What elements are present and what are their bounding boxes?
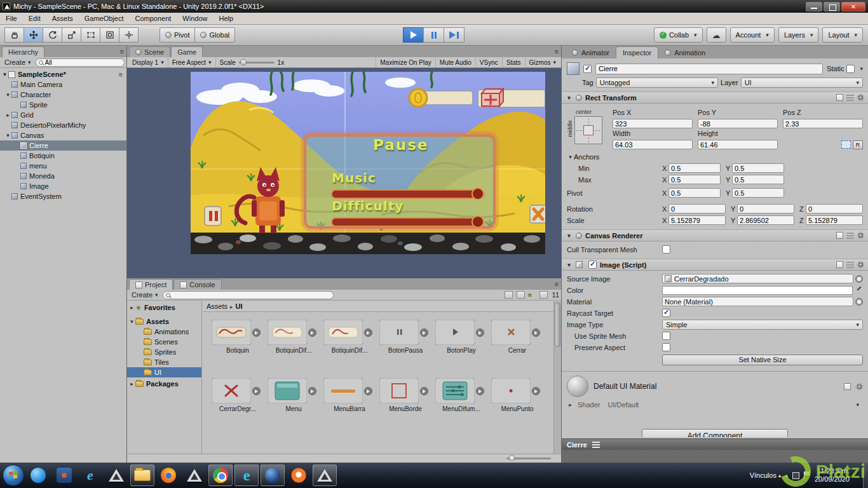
presets-icon[interactable] [846, 262, 854, 268]
presets-icon[interactable] [846, 233, 854, 239]
image-component-header[interactable]: Image (Script) [562, 259, 868, 271]
chevron-down-icon[interactable] [1, 71, 8, 78]
tree-item-cierre[interactable]: Cierre [0, 140, 126, 151]
asset-menubarra[interactable]: MenuBarra [323, 378, 376, 412]
tray-app-icon[interactable] [792, 472, 799, 479]
taskbar-media-player-icon[interactable] [52, 464, 76, 486]
canvas-renderer-header[interactable]: Canvas Renderer [562, 229, 868, 241]
expand-asset-icon[interactable] [252, 329, 261, 337]
layout-button[interactable]: Layout [822, 27, 863, 43]
hierarchy-create-button[interactable]: Create [2, 58, 34, 66]
chevron-down-icon[interactable] [566, 95, 573, 101]
mute-audio-toggle[interactable]: Mute Audio [436, 57, 476, 67]
collab-button[interactable]: Collab [654, 27, 703, 43]
menu-gameobject[interactable]: GameObject [79, 13, 130, 24]
gameobject-name-field[interactable] [595, 64, 823, 74]
minimize-button[interactable] [806, 2, 822, 11]
play-button[interactable] [403, 27, 424, 43]
menu-window[interactable]: Window [177, 13, 213, 24]
folder-scenes[interactable]: Scenes [127, 337, 201, 347]
expand-asset-icon[interactable] [364, 387, 372, 395]
help-icon[interactable] [836, 232, 843, 239]
expand-asset-icon[interactable] [308, 329, 316, 337]
folder-packages[interactable]: Packages [127, 379, 201, 389]
move-tool-icon[interactable] [24, 27, 43, 43]
scene-row[interactable]: SampleScene* [0, 69, 126, 79]
gear-icon[interactable] [857, 261, 864, 268]
taskbar-browser-sphere-icon[interactable] [261, 464, 285, 486]
tree-item-botiquin[interactable]: Botiquin [0, 151, 126, 161]
scale-z-field[interactable] [806, 215, 863, 225]
maximize-button[interactable] [824, 2, 840, 11]
tab-inspector[interactable]: Inspector [616, 46, 658, 58]
chevron-down-icon[interactable] [4, 92, 11, 98]
raw-edit-button[interactable]: R [853, 140, 863, 149]
active-checkbox[interactable] [583, 65, 592, 73]
difficulty-slider-knob[interactable] [472, 216, 484, 227]
links-toolbar[interactable]: Vínculos [750, 471, 781, 479]
ingame-close-button[interactable] [530, 205, 545, 223]
blueprint-mode-icon[interactable] [841, 140, 851, 149]
pivot-toggle[interactable]: Pivot [159, 27, 195, 43]
maximize-on-play-toggle[interactable]: Maximize On Play [376, 57, 436, 67]
account-button[interactable]: Account [730, 27, 775, 43]
action-center-flag-icon[interactable] [804, 471, 810, 479]
hand-tool-icon[interactable] [4, 27, 24, 43]
asset-menupunto[interactable]: MenuPunto [491, 378, 543, 412]
color-swatch[interactable] [662, 286, 853, 295]
expand-asset-icon[interactable] [532, 387, 540, 395]
tab-hierarchy[interactable]: Hierarchy [2, 46, 44, 57]
game-render[interactable]: Pause Music Difficulty [191, 72, 545, 254]
taskbar-blender-icon[interactable] [287, 464, 311, 486]
layers-button[interactable]: Layers [778, 27, 819, 43]
tree-item-main-camera[interactable]: Main Camera [0, 79, 126, 90]
project-search[interactable] [163, 291, 334, 299]
chevron-right-icon[interactable] [128, 381, 135, 387]
asset-botonplay[interactable]: BotonPlay [435, 320, 487, 354]
source-image-field[interactable]: CerrarDegradado [662, 274, 853, 283]
static-toggle[interactable]: Static [827, 65, 863, 73]
help-icon[interactable] [836, 94, 843, 101]
shader-dropdown[interactable]: UI/Default [604, 400, 863, 410]
use-sprite-mesh-checkbox[interactable] [662, 332, 670, 340]
difficulty-slider[interactable] [332, 218, 484, 226]
width-field[interactable] [613, 140, 693, 149]
panel-menu-icon[interactable] [555, 48, 559, 55]
asset-menu[interactable]: Menu [268, 378, 320, 412]
material-field[interactable]: None (Material) [662, 297, 853, 306]
transform-tool-icon[interactable] [100, 27, 119, 43]
project-scrollbar[interactable] [553, 301, 561, 454]
folder-favorites[interactable]: Favorites [127, 302, 201, 313]
cloud-button[interactable]: ☁ [707, 27, 726, 43]
menu-help[interactable]: Help [213, 13, 239, 24]
breadcrumb-ui[interactable]: UI [236, 302, 243, 310]
taskbar-file-explorer-icon[interactable] [130, 464, 154, 486]
pivot-x-field[interactable] [668, 188, 721, 198]
taskbar-unity-editor-icon[interactable] [313, 464, 337, 486]
taskbar-clock[interactable]: 11:23 a.m. 20/09/2020 [815, 467, 850, 484]
hidden-packages-icon[interactable] [539, 291, 548, 299]
as set-botiquindif-1[interactable]: BotiquinDif... [268, 320, 320, 354]
show-desktop-button[interactable] [863, 463, 868, 488]
pos-y-field[interactable] [698, 119, 778, 128]
music-slider-knob[interactable] [472, 188, 484, 200]
panel-menu-icon[interactable] [120, 48, 124, 55]
help-icon[interactable] [836, 261, 843, 268]
expand-asset-icon[interactable] [364, 329, 372, 337]
tree-item-grid[interactable]: Grid [0, 110, 126, 120]
rotation-x-field[interactable] [668, 204, 726, 214]
search-by-label-icon[interactable] [517, 291, 525, 299]
tab-game[interactable]: Game [171, 46, 203, 57]
aspect-dropdown[interactable]: Free Aspect [168, 57, 216, 67]
anchor-preset-widget[interactable] [574, 116, 602, 144]
asset-botiquin[interactable]: Botiquin [212, 320, 264, 354]
taskbar-edge-icon[interactable]: e [234, 464, 259, 486]
scale-slider[interactable] [239, 62, 275, 64]
pivot-y-field[interactable] [732, 188, 784, 198]
static-checkbox[interactable] [846, 65, 855, 73]
taskbar-firefox-icon[interactable] [156, 464, 180, 486]
project-search-input[interactable] [172, 292, 331, 299]
expand-asset-icon[interactable] [476, 387, 484, 395]
scene-options-icon[interactable] [119, 71, 123, 78]
tab-console[interactable]: Console [173, 279, 221, 290]
